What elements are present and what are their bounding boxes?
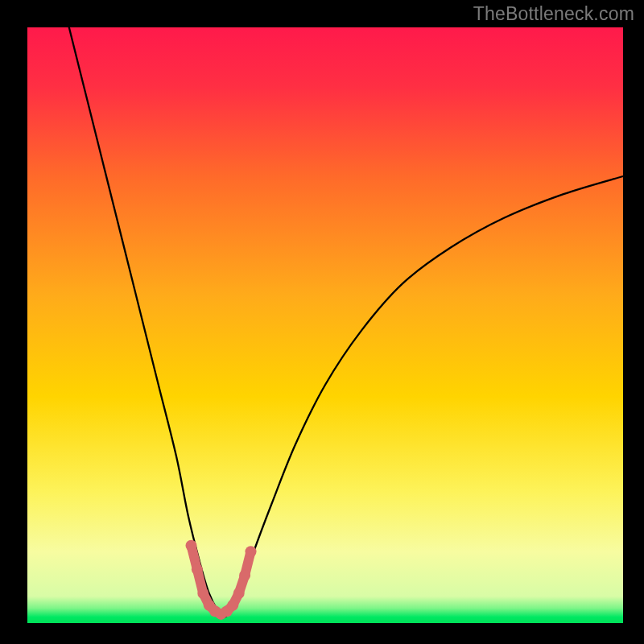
highlight-bead <box>192 564 203 575</box>
chart-frame: TheBottleneck.com <box>0 0 644 644</box>
highlight-bead <box>227 600 238 611</box>
highlight-bead <box>233 588 245 599</box>
highlight-bead <box>197 588 208 599</box>
watermark-text: TheBottleneck.com <box>473 3 634 25</box>
highlight-bead <box>239 570 250 581</box>
highlight-bead <box>246 546 257 557</box>
highlight-bead <box>186 540 197 551</box>
chart-svg <box>0 0 644 644</box>
plot-background <box>27 27 623 623</box>
